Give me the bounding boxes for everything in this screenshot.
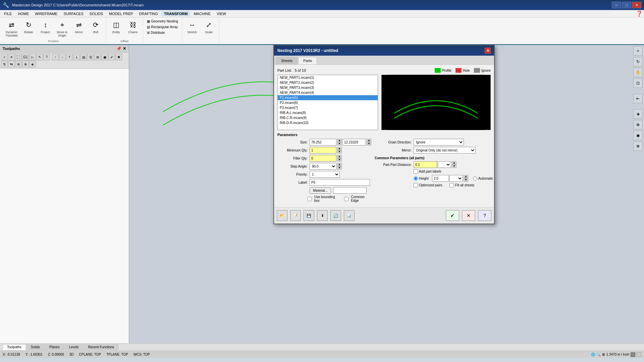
tp-btn-5[interactable]: ▷: [29, 54, 36, 60]
menu-transform[interactable]: TRANSFORM: [161, 11, 190, 16]
mirror-select[interactable]: Original Only (do not mirror): [414, 147, 476, 154]
ribbon-btn-chains[interactable]: ⛓ Chains: [125, 19, 141, 35]
min-qty-input[interactable]: [310, 147, 336, 154]
tp-btn-19[interactable]: ⇆: [8, 61, 15, 67]
part-item-1[interactable]: NEW_PART2.mcam(2): [278, 80, 378, 85]
footer-btn-chart[interactable]: 📊: [344, 210, 355, 221]
optimized-pairs-checkbox[interactable]: [414, 183, 418, 187]
part-list[interactable]: NEW_PART1.mcam(1) NEW_PART2.mcam(2) NEW_…: [277, 75, 378, 130]
menu-wireframe[interactable]: WIREFRAME: [32, 11, 60, 16]
fill-all-sheets-checkbox[interactable]: [449, 183, 454, 187]
footer-btn-refresh[interactable]: 🔄: [330, 210, 341, 221]
ribbon-btn-roll[interactable]: ⟳ Roll: [88, 19, 104, 38]
tab-parts[interactable]: Parts: [298, 57, 317, 64]
ribbon-btn-dynamic-translate[interactable]: ⇄ DynamicTranslate: [3, 19, 20, 38]
tp-btn-7[interactable]: ?: [43, 54, 50, 60]
size-down-2[interactable]: ▼: [367, 142, 371, 145]
part-item-7[interactable]: RIB-A-L.mcam(8): [278, 110, 378, 115]
tp-btn-16[interactable]: ✔: [108, 54, 115, 60]
ribbon-btn-rectangular-array[interactable]: ▤ Rectangular Array: [145, 24, 180, 29]
dialog-close-button[interactable]: ✕: [485, 48, 491, 54]
priority-select[interactable]: 1: [310, 171, 340, 178]
part-part-distance-unit[interactable]: [438, 161, 451, 168]
canvas-tool-rotate[interactable]: ↻: [633, 57, 643, 66]
part-item-6[interactable]: P3.mcam(7): [278, 105, 378, 110]
min-qty-down[interactable]: ▼: [337, 150, 342, 154]
ribbon-btn-scale[interactable]: ⤢ Scale: [201, 19, 217, 35]
tab-sheets[interactable]: Sheets: [276, 57, 298, 64]
part-item-0[interactable]: NEW_PART1.mcam(1): [278, 75, 378, 80]
tp-btn-8[interactable]: ↑: [52, 54, 59, 60]
grain-direction-select[interactable]: Ignore: [414, 139, 464, 145]
part-part-distance-input[interactable]: [414, 161, 437, 168]
ribbon-btn-stretch[interactable]: ↔ Stretch: [184, 19, 200, 35]
menu-view[interactable]: VIEW: [214, 11, 229, 16]
footer-btn-save[interactable]: 💾: [304, 210, 314, 221]
part-item-8[interactable]: RIB-C-R.mcam(9): [278, 115, 378, 120]
part-item-5[interactable]: P2.mcam(6): [278, 100, 378, 105]
height-down[interactable]: ▼: [464, 178, 468, 182]
tp-btn-11[interactable]: ⤓: [73, 54, 80, 60]
tp-btn-6[interactable]: ✎: [36, 54, 43, 60]
footer-help-button[interactable]: ?: [478, 210, 491, 221]
ribbon-btn-geometry-nesting[interactable]: ▦ Geometry Nesting: [145, 19, 180, 24]
height-up[interactable]: ▲: [464, 175, 468, 178]
ribbon-btn-distribute[interactable]: ⊞ Distribute: [145, 30, 180, 35]
tp-btn-21[interactable]: ⊗: [22, 61, 29, 67]
canvas-tool-zoom[interactable]: +: [633, 46, 643, 56]
globe-icon[interactable]: 🌐: [591, 353, 595, 356]
menu-home[interactable]: HOME: [15, 11, 32, 16]
tp-btn-13[interactable]: ☰: [87, 54, 94, 60]
color-btn-1[interactable]: [631, 352, 635, 357]
bottom-tab-solids[interactable]: Solids: [26, 344, 44, 350]
help-icon[interactable]: ❓: [636, 11, 643, 16]
menu-machine[interactable]: MACHINE: [191, 11, 213, 16]
filler-qty-down[interactable]: ▼: [337, 158, 342, 162]
zoom-icon[interactable]: 🔍: [596, 353, 600, 356]
menu-surfaces[interactable]: SURFACES: [61, 11, 86, 16]
menu-solids[interactable]: SOLIDS: [87, 11, 106, 16]
step-angle-select[interactable]: 90.0: [310, 163, 336, 170]
canvas-tool-7[interactable]: ⊕: [633, 120, 643, 129]
part-item-9[interactable]: RIB-D-R.mcam(10): [278, 120, 378, 125]
footer-btn-down[interactable]: ⬇: [317, 210, 328, 221]
material-button[interactable]: Material...: [310, 187, 331, 194]
step-angle-up[interactable]: ▲: [337, 163, 342, 166]
step-angle-down[interactable]: ▼: [337, 166, 342, 170]
footer-btn-edit[interactable]: 📝: [290, 210, 301, 221]
min-qty-up[interactable]: ▲: [337, 147, 342, 150]
canvas-tool-fit[interactable]: ⊡: [633, 78, 643, 88]
menu-file[interactable]: FILE: [1, 11, 14, 16]
tp-btn-20[interactable]: ⊕: [15, 61, 22, 67]
tp-btn-14[interactable]: ⊞: [94, 54, 101, 60]
canvas-tool-pan[interactable]: ✋: [633, 68, 643, 77]
filler-qty-input[interactable]: [310, 155, 336, 162]
part-item-2[interactable]: NEW_PART3.mcam(3): [278, 85, 378, 90]
footer-ok-button[interactable]: ✔: [446, 210, 459, 221]
tp-btn-18[interactable]: ⇅: [1, 61, 8, 67]
panel-pin-icon[interactable]: 📌: [116, 46, 121, 51]
ribbon-btn-mirror[interactable]: ⇌ Mirror: [71, 19, 87, 38]
ribbon-btn-entity[interactable]: ◫ Entity: [108, 19, 124, 35]
size-input-1[interactable]: [310, 139, 336, 145]
tp-btn-3[interactable]: ⛶: [15, 54, 22, 60]
common-edge-checkbox[interactable]: [344, 197, 348, 201]
bottom-tab-planes[interactable]: Planes: [45, 344, 64, 350]
maximize-button[interactable]: □: [622, 2, 631, 8]
footer-cancel-button[interactable]: ✕: [462, 210, 475, 221]
height-input[interactable]: [432, 175, 449, 182]
canvas-area[interactable]: + ↻ ✋ ⊡ ⇤ ◈ ⊕ ◉ ⊗ Nesting 2017 V2013R2 -…: [129, 45, 644, 343]
panel-close-icon[interactable]: ✕: [123, 46, 126, 51]
tp-btn-2[interactable]: ✕: [8, 54, 15, 60]
height-radio[interactable]: [414, 176, 418, 181]
part-item-4[interactable]: P1.mcam(5): [278, 95, 378, 100]
label-input[interactable]: [310, 179, 370, 186]
color-btn-2[interactable]: [637, 352, 641, 357]
canvas-tool-9[interactable]: ⊗: [633, 141, 643, 151]
use-bounding-box-checkbox[interactable]: [308, 197, 312, 201]
canvas-tool-5[interactable]: ⇤: [633, 94, 643, 103]
material-input[interactable]: [333, 187, 367, 194]
tp-btn-1[interactable]: +: [1, 54, 8, 60]
tp-btn-10[interactable]: ⤒: [66, 54, 73, 60]
menu-drafting[interactable]: DRAFTING: [137, 11, 161, 16]
